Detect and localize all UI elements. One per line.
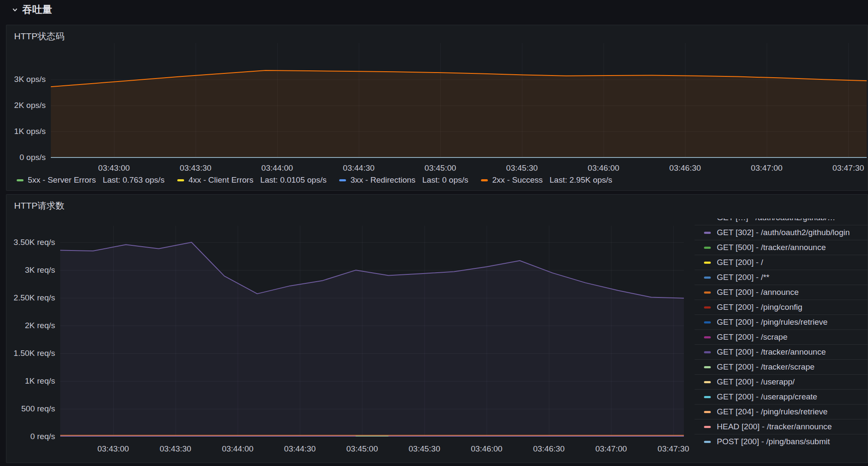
legend-swatch-icon xyxy=(704,396,711,398)
legend-swatch-icon xyxy=(704,232,711,234)
legend-label: GET [200] - /tracker/announce xyxy=(717,347,826,357)
x-tick-label: 03:44:30 xyxy=(270,444,330,454)
legend-item[interactable]: HEAD [200] - /tracker/announce xyxy=(695,419,868,434)
chart-legend: GET […] - /auth/oauth2/github/…GET [302]… xyxy=(695,218,868,457)
legend-swatch-icon xyxy=(339,179,346,181)
legend-label: GET […] - /auth/oauth2/github/… xyxy=(717,218,835,222)
legend-label: GET [200] - /scrape xyxy=(717,332,787,342)
legend-label: GET [500] - /tracker/announce xyxy=(717,243,826,252)
legend-last-value: Last: 0.763 ops/s xyxy=(103,175,164,185)
y-tick-label: 1.50K req/s xyxy=(6,348,55,358)
legend-last-value: Last: 0 ops/s xyxy=(422,175,469,185)
x-tick-label: 03:44:30 xyxy=(329,163,389,173)
legend-swatch-icon xyxy=(704,291,711,294)
legend-item[interactable]: 4xx - Client ErrorsLast: 0.0105 ops/s xyxy=(177,175,326,185)
legend-swatch-icon xyxy=(704,306,711,309)
legend-label: GET [302] - /auth/oauth2/github/login xyxy=(717,228,850,237)
legend-swatch-icon xyxy=(481,179,488,181)
x-tick-label: 03:43:00 xyxy=(83,444,143,454)
legend-item[interactable]: POST [200] - /ping/bans/submit xyxy=(695,434,868,449)
y-tick-label: 2.50K req/s xyxy=(6,293,55,303)
legend-item[interactable]: GET [200] - /userapp/ xyxy=(695,374,868,389)
x-tick-label: 03:46:00 xyxy=(574,163,633,173)
legend-label: GET [200] - /ping/rules/retrieve xyxy=(717,317,827,327)
legend-swatch-icon xyxy=(704,366,711,368)
legend-label: 2xx - Success xyxy=(492,175,542,185)
legend-label: 5xx - Server Errors xyxy=(28,175,96,185)
legend-swatch-icon xyxy=(704,336,711,338)
x-tick-label: 03:44:00 xyxy=(208,444,267,454)
legend-label: GET [204] - /ping/rules/retrieve xyxy=(717,407,827,416)
legend-swatch-icon xyxy=(704,277,711,279)
legend-item[interactable]: 2xx - SuccessLast: 2.95K ops/s xyxy=(481,175,612,185)
legend-last-value: Last: 0.0105 ops/s xyxy=(260,175,326,185)
series-area-get-200-tracker-announce xyxy=(60,242,684,437)
legend-swatch-icon xyxy=(704,262,711,264)
y-tick-label: 1K req/s xyxy=(6,376,55,386)
legend-swatch-icon xyxy=(704,426,711,428)
y-tick-label: 3K ops/s xyxy=(6,74,46,84)
legend-label: 4xx - Client Errors xyxy=(188,175,253,185)
x-tick-label: 03:43:30 xyxy=(166,163,226,173)
legend-item[interactable]: GET [200] - /** xyxy=(695,270,868,285)
legend-swatch-icon xyxy=(177,179,184,181)
y-tick-label: 2K ops/s xyxy=(6,100,46,111)
legend-swatch-icon xyxy=(704,351,711,353)
x-tick-label: 03:45:00 xyxy=(332,444,392,454)
legend-swatch-icon xyxy=(704,411,711,413)
legend-item[interactable]: 3xx - RedirectionsLast: 0 ops/s xyxy=(339,175,468,185)
legend-label: GET [200] - /announce xyxy=(717,288,799,297)
x-tick-label: 03:46:30 xyxy=(655,163,715,173)
y-tick-label: 1K ops/s xyxy=(6,126,46,137)
x-tick-label: 03:47:00 xyxy=(737,163,797,173)
legend-label: GET [200] - /userapp/create xyxy=(717,392,817,402)
legend-label: GET [200] - /ping/config xyxy=(717,303,802,312)
x-tick-label: 03:45:30 xyxy=(394,444,454,454)
x-tick-label: 03:46:00 xyxy=(457,444,516,454)
legend-item-clipped[interactable]: GET […] - /auth/oauth2/github/… xyxy=(695,218,868,225)
legend-item[interactable]: GET [204] - /ping/rules/retrieve xyxy=(695,404,868,419)
legend-item[interactable]: GET [302] - /auth/oauth2/github/login xyxy=(695,225,868,240)
x-tick-label: 03:47:00 xyxy=(581,444,641,454)
legend-swatch-icon xyxy=(704,247,711,249)
legend-label: GET [200] - /** xyxy=(717,273,769,282)
y-tick-label: 500 req/s xyxy=(6,404,55,414)
legend-item[interactable]: 5xx - Server ErrorsLast: 0.763 ops/s xyxy=(17,175,164,185)
legend-item[interactable]: GET [200] - /scrape xyxy=(695,329,868,344)
x-tick-label: 03:47:30 xyxy=(818,163,868,173)
section-toggle-throughput[interactable]: 吞吐量 xyxy=(0,0,868,19)
legend-item[interactable]: GET [200] - /tracker/announce xyxy=(695,344,868,359)
x-tick-label: 03:46:30 xyxy=(519,444,579,454)
panel-http-status-codes: HTTP状态码 0 ops/s1K ops/s2K ops/s3K ops/s0… xyxy=(6,25,868,191)
y-tick-label: 0 ops/s xyxy=(6,152,46,163)
y-tick-label: 0 req/s xyxy=(6,431,55,442)
legend-swatch-icon xyxy=(704,441,711,443)
legend-label: HEAD [200] - /tracker/announce xyxy=(717,422,832,431)
series-area-2xx-success xyxy=(51,70,867,157)
x-tick-label: 03:43:30 xyxy=(146,444,205,454)
legend-label: 3xx - Redirections xyxy=(350,175,415,185)
y-tick-label: 2K req/s xyxy=(6,320,55,331)
x-tick-label: 03:43:00 xyxy=(84,163,144,173)
legend-swatch-icon xyxy=(704,321,711,323)
chevron-down-icon xyxy=(11,6,19,14)
legend-item[interactable]: GET [200] - /userapp/create xyxy=(695,389,868,404)
legend-item[interactable]: GET [200] - /ping/config xyxy=(695,300,868,315)
chart-legend: 5xx - Server ErrorsLast: 0.763 ops/s4xx … xyxy=(17,175,612,185)
x-tick-label: 03:45:30 xyxy=(492,163,552,173)
y-tick-label: 3K req/s xyxy=(6,265,55,275)
legend-item[interactable]: GET [200] - /announce xyxy=(695,285,868,300)
legend-swatch-icon xyxy=(704,381,711,383)
legend-swatch-icon xyxy=(17,179,23,181)
legend-item[interactable]: GET [200] - / xyxy=(695,255,868,270)
panel-http-requests: HTTP请求数 0 req/s500 req/s1K req/s1.50K re… xyxy=(6,194,868,463)
legend-label: GET [200] - / xyxy=(717,258,763,267)
chart-http-status-codes[interactable]: 0 ops/s1K ops/s2K ops/s3K ops/s03:43:000… xyxy=(6,25,868,190)
legend-label: GET [200] - /userapp/ xyxy=(717,377,795,387)
legend-item[interactable]: GET [500] - /tracker/announce xyxy=(695,240,868,255)
legend-item[interactable]: GET [200] - /ping/rules/retrieve xyxy=(695,315,868,329)
legend-item[interactable]: GET [200] - /tracker/scrape xyxy=(695,359,868,374)
y-tick-label: 3.50K req/s xyxy=(6,237,55,248)
legend-label: POST [200] - /ping/bans/submit xyxy=(717,437,830,446)
legend-label: GET [200] - /tracker/scrape xyxy=(717,362,815,372)
